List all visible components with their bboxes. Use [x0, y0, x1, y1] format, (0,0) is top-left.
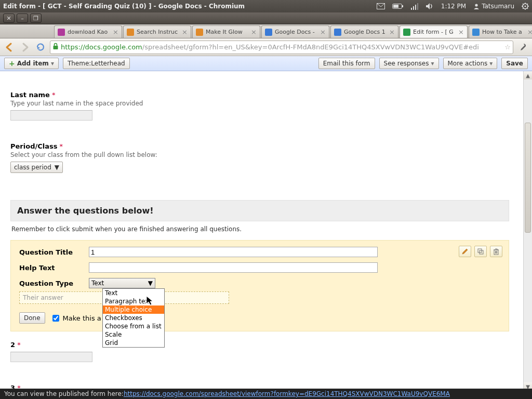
browser-tabstrip: download Kao×Search Instruc×Make It Glow…	[0, 24, 532, 38]
browser-tab[interactable]: Make It Glow×	[192, 25, 260, 38]
browser-tab[interactable]: Search Instruc×	[123, 25, 191, 38]
done-button[interactable]: Done	[19, 312, 45, 324]
required-asterisk: *	[60, 142, 63, 150]
browser-tab[interactable]: download Kao×	[54, 25, 122, 38]
question-title-input[interactable]	[89, 247, 378, 257]
required-checkbox[interactable]: Make this a	[50, 313, 101, 323]
published-form-link[interactable]: https://docs.google.com/spreadsheet/view…	[124, 390, 450, 397]
back-button[interactable]	[3, 41, 16, 54]
power-icon[interactable]	[522, 3, 529, 10]
svg-rect-7	[417, 3, 418, 10]
required-checkbox-input[interactable]	[52, 315, 59, 322]
user-menu[interactable]: Tatsumaru	[473, 3, 514, 10]
tab-label: Google Docs 1	[344, 29, 387, 35]
close-window-button[interactable]: ✕	[3, 14, 15, 23]
required-asterisk: *	[17, 341, 21, 349]
tab-label: download Kao	[68, 29, 111, 35]
tab-favicon	[127, 29, 134, 36]
tab-close-icon[interactable]: ×	[458, 28, 464, 36]
section-header: Answer the questions below!	[10, 200, 509, 221]
url-scheme: https	[61, 43, 78, 51]
tab-favicon	[334, 29, 341, 36]
lock-icon	[52, 43, 59, 51]
tab-favicon	[265, 29, 272, 36]
edit-question-button[interactable]	[459, 246, 471, 257]
question-editor: Question Title Help Text Question Type T…	[10, 240, 509, 331]
more-actions-button[interactable]: More actions▾	[443, 58, 498, 69]
forward-button[interactable]	[19, 41, 31, 54]
tab-label: Make It Glow	[206, 29, 249, 35]
dropdown-option[interactable]: Choose from a list	[103, 322, 164, 330]
svg-rect-6	[415, 5, 416, 10]
reload-button[interactable]	[34, 41, 47, 54]
tab-close-icon[interactable]: ×	[320, 28, 326, 36]
volume-icon[interactable]	[425, 3, 434, 10]
bookmark-star-icon[interactable]: ☆	[504, 43, 511, 51]
dropdown-option[interactable]: Text	[103, 289, 164, 297]
wrench-menu-button[interactable]	[516, 41, 529, 54]
help-text-input[interactable]	[89, 262, 378, 273]
field-label: Question Title	[19, 248, 89, 256]
network-icon[interactable]	[411, 3, 418, 10]
question-period: Period/Class * Select your class from th…	[10, 142, 509, 173]
svg-rect-5	[413, 6, 414, 10]
svg-rect-3	[393, 5, 398, 8]
svg-rect-2	[402, 5, 403, 7]
question-help: Select your class from the pull down lis…	[10, 151, 509, 158]
os-menubar: Edit form - [ GCT - Self Grading Quiz (1…	[0, 0, 532, 12]
field-label: Question Type	[19, 280, 89, 287]
q2-input[interactable]	[10, 352, 92, 362]
question-type-select[interactable]: Text▼	[89, 278, 155, 288]
dropdown-option[interactable]: Checkboxes	[103, 314, 164, 322]
mail-icon[interactable]	[377, 3, 385, 9]
browser-tab[interactable]: How to Take a×	[469, 25, 532, 38]
see-responses-button[interactable]: See responses▾	[379, 58, 439, 69]
battery-icon[interactable]	[392, 3, 404, 9]
required-asterisk: *	[52, 91, 56, 99]
svg-rect-11	[54, 46, 58, 49]
theme-selector[interactable]: Theme: Letterhead	[63, 58, 130, 69]
delete-question-button[interactable]	[490, 246, 502, 257]
scroll-up-button[interactable]: ▲	[524, 71, 532, 79]
scroll-track[interactable]	[524, 79, 532, 382]
tab-favicon	[58, 29, 65, 36]
browser-navbar: https://docs.google.com/spreadsheet/gfor…	[0, 38, 532, 56]
scroll-thumb[interactable]	[525, 123, 531, 233]
dropdown-option[interactable]: Scale	[103, 330, 164, 339]
tab-label: How to Take a	[482, 29, 525, 35]
period-select[interactable]: class period▼	[10, 162, 63, 173]
tab-favicon	[472, 29, 480, 36]
question-2: 2 *	[10, 341, 509, 362]
dropdown-option[interactable]: Grid	[103, 339, 164, 347]
minimize-window-button[interactable]: –	[17, 14, 28, 23]
maximize-window-button[interactable]: ❐	[30, 14, 42, 23]
tab-close-icon[interactable]: ×	[113, 28, 118, 36]
tab-close-icon[interactable]: ×	[182, 28, 188, 36]
svg-rect-4	[411, 8, 412, 10]
question-title: 2	[10, 341, 15, 349]
tab-favicon	[403, 29, 410, 36]
vertical-scrollbar[interactable]: ▲ ▼	[523, 71, 532, 391]
browser-tab[interactable]: Google Docs 1×	[330, 25, 398, 38]
field-label: Help Text	[19, 264, 89, 272]
tab-close-icon[interactable]: ×	[389, 28, 395, 36]
lastname-input[interactable]	[10, 110, 92, 121]
save-button[interactable]: Save	[501, 58, 528, 69]
status-bar: You can view the published form here: ht…	[0, 389, 532, 399]
dropdown-option[interactable]: Multiple choice	[103, 305, 164, 314]
tab-close-icon[interactable]: ×	[251, 28, 257, 36]
duplicate-question-button[interactable]	[474, 246, 487, 257]
dropdown-option[interactable]: Paragraph text	[103, 297, 164, 305]
address-bar[interactable]: https://docs.google.com/spreadsheet/gfor…	[50, 41, 513, 54]
browser-tab[interactable]: Edit form - [ G×	[400, 25, 468, 38]
url-path: /spreadsheet/gform?hl=en_US&key=0ArcfH-F…	[142, 43, 479, 51]
browser-tab[interactable]: Google Docs -×	[261, 25, 329, 38]
clock[interactable]: 1:12 PM	[441, 3, 466, 10]
form-toolbar: +Add item▾ Theme: Letterhead Email this …	[0, 56, 532, 71]
tab-label: Google Docs -	[275, 29, 318, 35]
question-type-dropdown[interactable]: TextParagraph textMultiple choiceCheckbo…	[102, 288, 165, 348]
add-item-button[interactable]: +Add item▾	[4, 58, 59, 69]
question-title: Period/Class	[10, 142, 57, 150]
email-form-button[interactable]: Email this form	[318, 58, 375, 69]
tab-close-icon[interactable]: ×	[527, 28, 532, 36]
